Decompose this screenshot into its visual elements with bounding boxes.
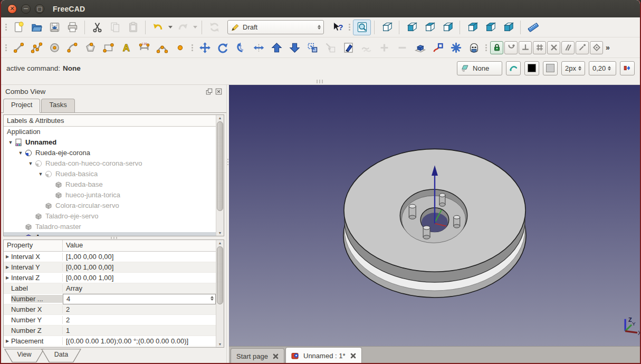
save-button[interactable] bbox=[45, 20, 63, 35]
window-maximize-button[interactable]: ▢ bbox=[35, 4, 44, 14]
property-row-number-z[interactable]: Number Z1 bbox=[4, 325, 216, 336]
draft-upgrade-button[interactable] bbox=[267, 40, 285, 55]
snap-special-button[interactable] bbox=[590, 41, 603, 54]
cut-button[interactable] bbox=[88, 20, 106, 35]
draft-arc-button[interactable] bbox=[63, 40, 81, 55]
workbench-selector[interactable]: Draft bbox=[227, 20, 324, 34]
draft-trimex-button[interactable] bbox=[250, 40, 267, 55]
snap-intersection-button[interactable] bbox=[547, 41, 560, 54]
window-minimize-button[interactable]: ─ bbox=[21, 4, 31, 14]
scroll-up-icon[interactable]: ▲ bbox=[216, 116, 224, 120]
3d-scene[interactable]: Z Y X bbox=[229, 85, 640, 362]
draft-delete-point-button[interactable] bbox=[393, 40, 411, 55]
line-width-spinbox[interactable]: 2px bbox=[561, 61, 585, 75]
property-row-interval-x[interactable]: ▶Interval X[1,00 0,00 0,00] bbox=[4, 252, 216, 262]
scroll-up-icon[interactable]: ▲ bbox=[216, 241, 224, 245]
open-file-button[interactable] bbox=[27, 20, 45, 35]
whats-this-button[interactable]: ? bbox=[328, 20, 346, 35]
face-color-button[interactable] bbox=[543, 61, 558, 75]
undo-button[interactable] bbox=[149, 20, 167, 35]
close-tab-icon[interactable] bbox=[273, 353, 279, 359]
view-front-button[interactable] bbox=[403, 20, 420, 35]
window-close-button[interactable]: ✕ bbox=[7, 4, 17, 14]
draft-drawing-button[interactable] bbox=[339, 40, 357, 55]
property-row-number[interactable]: Number ...4 bbox=[4, 294, 216, 304]
new-file-button[interactable] bbox=[9, 20, 27, 35]
tree-item-rueda-basica[interactable]: ▼Rueda-basica bbox=[4, 169, 216, 179]
working-plane-button[interactable]: None bbox=[457, 61, 502, 75]
view-right-button[interactable] bbox=[438, 20, 456, 35]
property-row-placement[interactable]: ▶Placement[(0.00 0.00 1.00);0.00 °;(0.00… bbox=[4, 336, 216, 347]
scroll-down-icon[interactable]: ▼ bbox=[216, 342, 224, 346]
snap-perpendicular-button[interactable] bbox=[519, 41, 532, 54]
tree-item-hueco-junta-torica[interactable]: hueco-junta-torica bbox=[4, 190, 216, 200]
3d-viewport[interactable]: Z Y X Start pageUnnamed : 1* bbox=[229, 85, 640, 363]
paste-button[interactable] bbox=[124, 20, 142, 35]
tab-project[interactable]: Project bbox=[3, 99, 40, 113]
float-panel-icon[interactable] bbox=[206, 88, 213, 95]
document-tab-unnamed-1[interactable]: Unnamed : 1* bbox=[285, 347, 362, 363]
tree-item-rueda-base[interactable]: Rueda-base bbox=[4, 179, 216, 190]
row-expander-icon[interactable]: ▶ bbox=[4, 254, 11, 259]
draft-move-button[interactable] bbox=[196, 40, 214, 55]
draft-line-button[interactable] bbox=[9, 40, 27, 55]
close-tab-icon[interactable] bbox=[350, 353, 356, 359]
tree-root-application[interactable]: Application bbox=[4, 127, 216, 137]
tab-view[interactable]: View bbox=[4, 349, 44, 362]
draft-shape-2d-view-button[interactable] bbox=[411, 40, 429, 55]
draft-dimension-button[interactable]: 1.00 bbox=[135, 40, 153, 55]
expander-icon[interactable]: ▼ bbox=[7, 140, 14, 145]
line-width-spinner[interactable] bbox=[578, 66, 581, 71]
snap-lock-button[interactable] bbox=[490, 41, 503, 54]
tree-item-rueda-eje-corona[interactable]: ▼Rueda-eje-corona bbox=[4, 148, 216, 158]
draft-point-button[interactable] bbox=[171, 40, 189, 55]
draft-add-point-button[interactable] bbox=[375, 40, 393, 55]
line-color-button[interactable] bbox=[524, 61, 539, 75]
draft-rectangle-button[interactable] bbox=[99, 40, 117, 55]
view-axonometric-button[interactable] bbox=[378, 20, 396, 35]
tab-tasks[interactable]: Tasks bbox=[41, 99, 74, 113]
toolbar-drag-handle-icon[interactable] bbox=[4, 21, 8, 34]
wheel-model[interactable] bbox=[343, 149, 526, 298]
expander-icon[interactable]: ▼ bbox=[37, 171, 44, 177]
snap-extension-button[interactable] bbox=[576, 41, 589, 54]
fit-all-button[interactable] bbox=[353, 20, 371, 35]
snap-grid-button[interactable] bbox=[533, 41, 546, 54]
draft-wire-to-bspline-button[interactable] bbox=[357, 40, 375, 55]
tree-item-unnamed[interactable]: ▼Unnamed bbox=[4, 137, 216, 148]
draft-array-button[interactable] bbox=[447, 40, 465, 55]
document-tab-start-page[interactable]: Start page bbox=[231, 348, 284, 363]
property-scrollbar[interactable]: ▲ ▼ bbox=[216, 240, 224, 347]
view-bottom-button[interactable] bbox=[481, 20, 499, 35]
property-row-label[interactable]: LabelArray bbox=[4, 283, 216, 294]
redo-dropdown-icon[interactable] bbox=[192, 20, 198, 35]
value-spinner[interactable] bbox=[211, 296, 214, 301]
draft-scale-button[interactable] bbox=[303, 40, 321, 55]
tab-data[interactable]: Data bbox=[41, 349, 81, 362]
toolbar-drag-handle-icon[interactable] bbox=[347, 21, 352, 34]
refresh-button[interactable] bbox=[205, 20, 223, 35]
tree-item-taladro-eje-servo[interactable]: Taladro-eje-servo bbox=[4, 211, 216, 222]
snap-nearest-button[interactable] bbox=[504, 41, 518, 54]
text-scale-spinbox[interactable]: 0,20 bbox=[589, 61, 616, 75]
workbench-spinner[interactable] bbox=[318, 25, 321, 30]
snap-parallel-button[interactable] bbox=[561, 41, 575, 54]
apply-style-button[interactable] bbox=[620, 61, 635, 75]
draft-edit-button[interactable] bbox=[321, 40, 339, 55]
row-expander-icon[interactable]: ▶ bbox=[4, 339, 11, 343]
toolbar-drag-handle-icon[interactable] bbox=[190, 41, 195, 54]
tree-scrollbar[interactable]: ▲ ▼ bbox=[216, 115, 224, 236]
expander-icon[interactable]: ▼ bbox=[17, 150, 24, 156]
draft-offset-button[interactable] bbox=[232, 40, 250, 55]
tree-item-taladro-master[interactable]: Taladro-master bbox=[4, 222, 216, 232]
view-top-button[interactable] bbox=[420, 20, 438, 35]
draft-rotate-button[interactable] bbox=[214, 40, 232, 55]
view-rear-button[interactable] bbox=[463, 20, 481, 35]
property-row-number-y[interactable]: Number Y2 bbox=[4, 315, 216, 325]
draft-circle-button[interactable] bbox=[45, 40, 63, 55]
toolbar-overflow-chevron[interactable]: » bbox=[606, 43, 610, 52]
draft-to-sketch-button[interactable] bbox=[429, 40, 447, 55]
close-panel-icon[interactable] bbox=[215, 88, 222, 95]
text-scale-spinner[interactable] bbox=[608, 66, 611, 71]
row-expander-icon[interactable]: ▶ bbox=[4, 265, 11, 270]
